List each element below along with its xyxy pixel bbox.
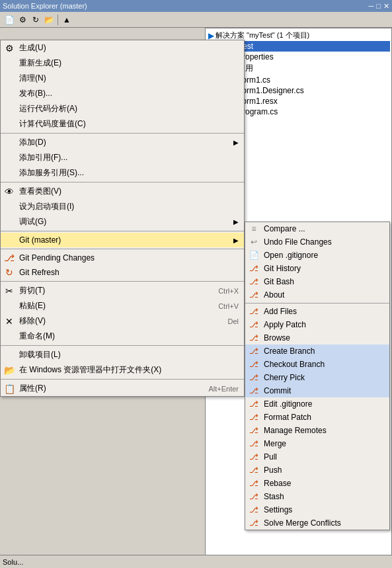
git-cherry-pick-label: Cherry Pick bbox=[264, 373, 305, 382]
stash-icon: ⎇ bbox=[248, 491, 260, 503]
git-create-branch-label: Create Branch bbox=[264, 346, 315, 356]
git-create-branch[interactable]: ⎇ Create Branch bbox=[245, 345, 389, 358]
git-merge[interactable]: ⎇ Merge bbox=[245, 437, 389, 450]
menu-cut[interactable]: ✂ 剪切(T) Ctrl+X bbox=[1, 283, 244, 298]
sep4 bbox=[1, 249, 244, 249]
menu-add-ref[interactable]: 添加引用(F)... bbox=[1, 150, 244, 165]
menu-git-master[interactable]: Git (master) ▶ bbox=[1, 233, 244, 247]
menu-git-refresh[interactable]: ↻ Git Refresh bbox=[1, 265, 244, 280]
close-icon[interactable]: ✕ bbox=[383, 2, 389, 11]
git-add-files[interactable]: ⎇ Add Files bbox=[245, 305, 389, 318]
new-solution-icon[interactable]: 📄 bbox=[3, 14, 15, 26]
git-solve-merge[interactable]: ⎇ Solve Merge Conflicts bbox=[245, 516, 389, 530]
titlebar: Solution Explorer (master) ─ □ ✕ bbox=[0, 0, 392, 12]
git-open-gitignore[interactable]: 📄 Open .gitignore bbox=[245, 249, 389, 262]
menu-git-pending[interactable]: ⎇ Git Pending Changes bbox=[1, 251, 244, 265]
rebase-icon: ⎇ bbox=[248, 477, 260, 489]
sep6 bbox=[1, 345, 244, 346]
minimize-icon[interactable]: ─ bbox=[369, 2, 374, 11]
git-stash[interactable]: ⎇ Stash bbox=[245, 490, 389, 503]
menu-rebuild-label: 重新生成(E) bbox=[19, 58, 61, 69]
menu-cut-label: 剪切(T) bbox=[19, 285, 45, 296]
add-files-icon: ⎇ bbox=[248, 305, 260, 317]
menu-remove[interactable]: ✕ 移除(V) Del bbox=[1, 313, 244, 329]
menu-add-ref-label: 添加引用(F)... bbox=[19, 152, 67, 163]
git-settings[interactable]: ⎇ Settings bbox=[245, 503, 389, 516]
menu-unload[interactable]: 卸载项目(L) bbox=[1, 347, 244, 362]
menu-clean-label: 清理(N) bbox=[19, 73, 46, 84]
menu-run-analysis-label: 运行代码分析(A) bbox=[19, 103, 77, 114]
folder-icon: 📂 bbox=[3, 364, 15, 376]
git-manage-remotes[interactable]: ⎇ Manage Remotes bbox=[245, 424, 389, 437]
git-bash-label: Git Bash bbox=[264, 277, 294, 286]
git-cherry-pick[interactable]: ⎇ Cherry Pick bbox=[245, 371, 389, 384]
menu-properties[interactable]: 📋 属性(R) Alt+Enter bbox=[1, 381, 244, 396]
menu-clean[interactable]: 清理(N) bbox=[1, 71, 244, 86]
checkout-branch-icon: ⎇ bbox=[248, 358, 260, 370]
sep5 bbox=[1, 281, 244, 282]
git-rebase[interactable]: ⎇ Rebase bbox=[245, 477, 389, 490]
window-title: Solution Explorer (master) bbox=[3, 2, 87, 10]
menu-set-startup[interactable]: 设为启动项目(I) bbox=[1, 199, 244, 214]
git-browse[interactable]: ⎇ Browse bbox=[245, 331, 389, 345]
menu-debug[interactable]: 调试(G) ▶ bbox=[1, 214, 244, 229]
properties-menu-icon: 📋 bbox=[3, 383, 15, 395]
refresh-icon[interactable]: ↻ bbox=[30, 14, 42, 26]
menu-add-label: 添加(D) bbox=[19, 137, 46, 148]
maximize-icon[interactable]: □ bbox=[376, 2, 381, 11]
solve-merge-icon: ⎇ bbox=[248, 517, 260, 529]
format-patch-icon: ⎇ bbox=[248, 411, 260, 423]
git-commit[interactable]: ⎇ Commit bbox=[245, 384, 389, 397]
debug-arrow-icon: ▶ bbox=[233, 218, 239, 225]
apply-patch-icon: ⎇ bbox=[248, 319, 260, 331]
menu-rename[interactable]: 重命名(M) bbox=[1, 329, 244, 344]
git-undo-file[interactable]: ↩ Undo File Changes bbox=[245, 235, 389, 249]
git-submenu: ≡ Compare ... ↩ Undo File Changes 📄 Open… bbox=[245, 222, 390, 530]
sep3 bbox=[1, 231, 244, 231]
cut-icon: ✂ bbox=[3, 285, 15, 297]
push-icon: ⎇ bbox=[248, 464, 260, 476]
git-apply-patch[interactable]: ⎇ Apply Patch bbox=[245, 318, 389, 331]
git-format-patch[interactable]: ⎇ Format Patch bbox=[245, 411, 389, 424]
git-checkout-branch[interactable]: ⎇ Checkout Branch bbox=[245, 358, 389, 371]
menu-view-class-label: 查看类图(V) bbox=[19, 186, 61, 197]
menu-add[interactable]: 添加(D) ▶ bbox=[1, 135, 244, 150]
show-all-icon[interactable]: 📂 bbox=[43, 14, 55, 26]
solution-explorer: Solution Explorer (master) ─ □ ✕ 📄 ⚙ ↻ 📂… bbox=[0, 0, 392, 568]
properties-icon[interactable]: ⚙ bbox=[17, 14, 28, 26]
menu-rebuild[interactable]: 重新生成(E) bbox=[1, 56, 244, 71]
menu-run-analysis[interactable]: 运行代码分析(A) bbox=[1, 101, 244, 116]
git-about[interactable]: ⎇ About bbox=[245, 288, 389, 302]
git-open-gitignore-label: Open .gitignore bbox=[264, 251, 318, 260]
sep1 bbox=[1, 133, 244, 134]
git-edit-gitignore[interactable]: ⎇ Edit .gitignore bbox=[245, 397, 389, 411]
git-pull[interactable]: ⎇ Pull bbox=[245, 450, 389, 464]
status-bar: Solu... bbox=[0, 555, 392, 568]
cut-shortcut: Ctrl+X bbox=[205, 287, 239, 295]
menu-rename-label: 重命名(M) bbox=[19, 331, 55, 342]
menu-build[interactable]: ⚙ 生成(U) bbox=[1, 40, 244, 56]
menu-add-svc-ref-label: 添加服务引用(S)... bbox=[19, 167, 84, 179]
properties-shortcut: Alt+Enter bbox=[195, 385, 239, 393]
menu-publish[interactable]: 发布(B)... bbox=[1, 86, 244, 101]
menu-open-folder[interactable]: 📂 在 Windows 资源管理器中打开文件夹(X) bbox=[1, 362, 244, 378]
collapse-icon[interactable]: ▲ bbox=[61, 14, 73, 26]
git-history-label: Git History bbox=[264, 264, 301, 273]
menu-view-class[interactable]: 👁 查看类图(V) bbox=[1, 184, 244, 199]
menu-paste[interactable]: 粘贴(E) Ctrl+V bbox=[1, 298, 244, 313]
git-arrow-icon: ▶ bbox=[233, 237, 239, 244]
menu-add-svc-ref[interactable]: 添加服务引用(S)... bbox=[1, 165, 244, 181]
git-apply-patch-label: Apply Patch bbox=[264, 320, 306, 329]
view-class-icon: 👁 bbox=[3, 186, 15, 198]
git-checkout-branch-label: Checkout Branch bbox=[264, 360, 325, 369]
pull-icon: ⎇ bbox=[248, 451, 260, 463]
create-branch-icon: ⎇ bbox=[248, 345, 260, 357]
git-stash-label: Stash bbox=[264, 492, 284, 501]
git-solve-merge-label: Solve Merge Conflicts bbox=[264, 518, 341, 528]
git-compare[interactable]: ≡ Compare ... bbox=[245, 222, 389, 235]
git-push[interactable]: ⎇ Push bbox=[245, 464, 389, 477]
menu-calc-metrics[interactable]: 计算代码度量值(C) bbox=[1, 116, 244, 132]
manage-remotes-icon: ⎇ bbox=[248, 425, 260, 436]
git-bash[interactable]: ⎇ Git Bash bbox=[245, 275, 389, 288]
git-history[interactable]: ⎇ Git History bbox=[245, 262, 389, 275]
